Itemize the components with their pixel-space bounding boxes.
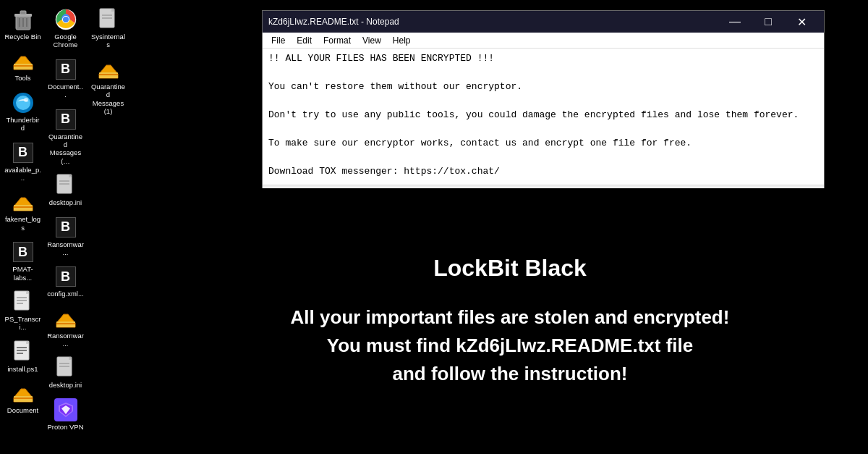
icon-ransomware-2-label: Ransomwar... [47, 332, 84, 348]
svg-rect-37 [56, 323, 75, 324]
notepad-title: kZd6jLIwz.README.txt - Notepad [268, 17, 718, 27]
svg-rect-51 [99, 74, 118, 75]
ransom-message: All your important files are stolen and … [291, 303, 730, 388]
icon-desktop-ini-1[interactable]: desktop.ini [46, 171, 85, 209]
icon-install-ps1-label: install.ps1 [7, 365, 38, 373]
icon-google-chrome-label: Google Chrome [47, 33, 84, 49]
icon-tools[interactable]: Tools [3, 46, 43, 85]
icon-thunderbird[interactable]: Thunderbird [3, 88, 43, 135]
icon-recycle-bin[interactable]: Recycle Bin [3, 5, 43, 43]
icon-fakenet-logs[interactable]: fakenet_logs [3, 188, 43, 235]
icon-sysinternals[interactable]: Sysinternals [88, 5, 128, 52]
ransom-panel: LockBit Black All your important files a… [159, 188, 861, 454]
icon-documents-label: Document... [47, 83, 84, 99]
icon-fakenet-logs-label: fakenet_logs [4, 215, 41, 232]
svg-rect-7 [14, 65, 33, 67]
desktop: Recycle Bin Tools Thunder [0, 0, 868, 454]
svg-point-10 [24, 98, 28, 102]
notepad-titlebar: kZd6jLIwz.README.txt - Notepad — □ ✕ [263, 11, 824, 33]
svg-point-9 [16, 96, 30, 110]
svg-point-30 [63, 17, 69, 22]
icon-ps-transcri[interactable]: PS_Transcri... [3, 287, 43, 335]
icon-available-p[interactable]: B available_p... [3, 138, 43, 185]
menu-format[interactable]: Format [318, 34, 357, 47]
icon-config-xml-label: config.xml... [47, 290, 84, 298]
icon-sysinternals-label: Sysinternals [90, 33, 127, 49]
icon-quarantined-msg-2-label: Quarantined Messages (1) [90, 83, 127, 116]
menu-file[interactable]: File [265, 34, 291, 47]
notepad-menubar: File Edit Format View Help [263, 33, 824, 49]
menu-help[interactable]: Help [387, 34, 417, 47]
icon-install-ps1[interactable]: install.ps1 [3, 337, 43, 376]
icon-thunderbird-label: Thunderbird [4, 116, 41, 133]
icon-proton-vpn[interactable]: Proton VPN [46, 395, 85, 434]
close-button[interactable]: ✕ [785, 11, 818, 33]
menu-view[interactable]: View [357, 34, 387, 47]
icon-available-p-label: available_p... [4, 166, 41, 182]
icon-document[interactable]: Document [3, 379, 43, 417]
minimize-button[interactable]: — [718, 11, 752, 33]
icon-ransomware-2[interactable]: Ransomwar... [46, 304, 85, 351]
notepad-controls: — □ ✕ [718, 11, 818, 33]
icon-recycle-bin-label: Recycle Bin [4, 33, 41, 41]
ransom-title: LockBit Black [433, 255, 587, 282]
icon-desktop-ini-2-label: desktop.ini [49, 381, 82, 389]
desktop-icons: Recycle Bin Tools Thunder [0, 0, 119, 454]
icon-google-chrome[interactable]: Google Chrome [46, 5, 85, 52]
icon-ransomware-1[interactable]: B Ransomwar... [46, 213, 85, 260]
icon-config-xml[interactable]: B config.xml... [46, 262, 85, 300]
ransom-message-text: All your important files are stolen and … [291, 306, 730, 384]
menu-edit[interactable]: Edit [291, 34, 318, 47]
icon-ps-transcri-label: PS_Transcri... [4, 315, 41, 332]
notepad-content[interactable]: !! ALL YOUR FILES HAS BEEN ENCRYPTED !!!… [263, 49, 824, 185]
notepad-window: kZd6jLIwz.README.txt - Notepad — □ ✕ Fil… [262, 10, 825, 201]
icon-desktop-ini-2[interactable]: desktop.ini [46, 353, 85, 392]
svg-rect-26 [14, 398, 33, 399]
icon-proton-vpn-label: Proton VPN [47, 423, 83, 431]
icon-document-label: Document [7, 406, 38, 414]
svg-rect-12 [14, 206, 33, 208]
icon-ransomware-1-label: Ransomwar... [47, 240, 84, 257]
icon-quarantined-msg-label: Quarantined Messages (… [47, 133, 84, 166]
svg-rect-2 [20, 11, 26, 14]
icon-documents[interactable]: B Document... [46, 55, 85, 102]
icon-pmat-labs-label: PMAT-labs... [4, 265, 41, 282]
icon-desktop-ini-1-label: desktop.ini [49, 198, 82, 206]
icon-quarantined-msg[interactable]: B Quarantined Messages (… [46, 105, 85, 169]
icon-quarantined-msg-2[interactable]: Quarantined Messages (1) [88, 55, 128, 119]
maximize-button[interactable]: □ [752, 11, 785, 33]
icon-tools-label: Tools [14, 74, 30, 82]
icon-pmat-labs[interactable]: B PMAT-labs... [3, 237, 43, 285]
